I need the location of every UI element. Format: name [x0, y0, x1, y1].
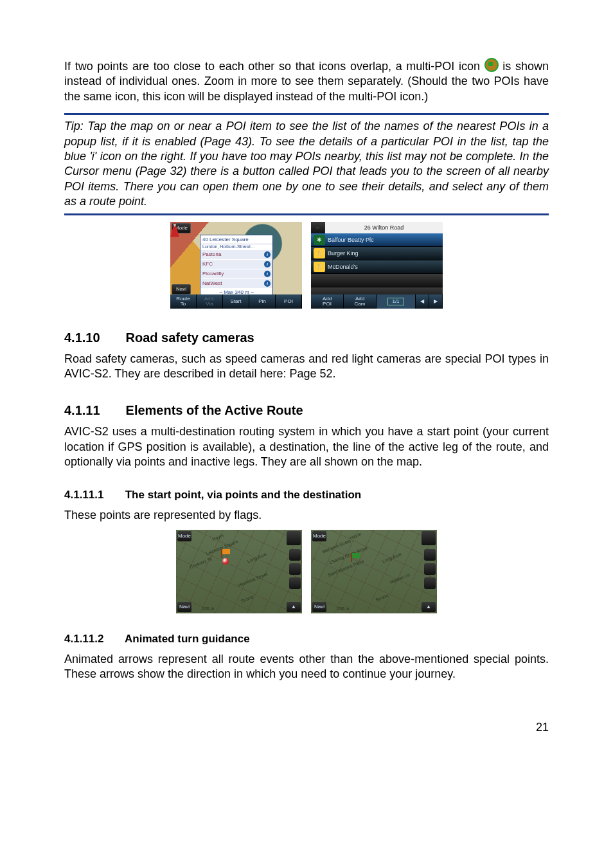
popup-row[interactable]: NatWesti	[200, 279, 272, 289]
side-button[interactable]	[424, 577, 436, 589]
poi-category-icon: 🍴	[314, 262, 325, 272]
paragraph-4-1-11-2: Animated arrows represent all route even…	[64, 652, 549, 682]
heading-4-1-10: 4.1.10 Road safety cameras	[64, 330, 549, 345]
street-label: Maiden Ln	[389, 572, 411, 584]
side-button[interactable]	[289, 549, 301, 561]
street-label: Haym	[349, 532, 362, 540]
result-count-label: 1/1	[387, 298, 404, 305]
list-item[interactable]: ✱ Balfour Beatty Plc	[311, 233, 443, 247]
info-icon[interactable]: i	[264, 261, 271, 267]
popup-subtitle: London, Holborn-Strand…	[200, 244, 272, 250]
street-label: Strand	[240, 594, 254, 603]
list-item[interactable]: 🍴 McDonald's	[311, 260, 443, 274]
street-label: Long Acre	[247, 552, 267, 563]
street-label: Strand	[375, 593, 389, 602]
destination-flag-icon	[351, 553, 352, 562]
map-scale: 150 m	[337, 606, 349, 611]
heading-number: 4.1.10	[64, 330, 122, 345]
cursor-menu-bar: Route To Add. Via Start Pin POI	[170, 294, 302, 309]
side-button[interactable]	[289, 577, 301, 589]
side-button[interactable]	[289, 563, 301, 575]
popup-row-label: Pastoria	[202, 251, 221, 258]
poi-button[interactable]: POI	[276, 294, 302, 309]
add-cam-button[interactable]: Add Cam	[344, 294, 377, 309]
heading-title: Road safety cameras	[126, 330, 254, 345]
heading-4-1-11-1: 4.1.11.1 The start point, via points and…	[64, 489, 549, 502]
address-title: 26 Wilton Road	[325, 224, 443, 231]
figure-row-1: Mode Navi 40 Leicester Square London, Ho…	[64, 222, 549, 309]
info-icon[interactable]: i	[264, 251, 271, 258]
mode-button[interactable]: Mode	[177, 531, 191, 541]
prev-page-button[interactable]: ◀	[416, 294, 429, 309]
expand-button[interactable]: ▲	[287, 602, 301, 612]
popup-row[interactable]: Pastoriai	[200, 250, 272, 260]
heading-title: Animated turn guidance	[125, 633, 250, 645]
add-poi-button[interactable]: Add POI	[311, 294, 344, 309]
poi-category-icon: ✱	[314, 235, 325, 245]
tip-box: Tip: Tap the map on or near a POI item t…	[64, 113, 549, 215]
add-via-button[interactable]: Add. Via	[197, 294, 223, 309]
next-page-button[interactable]: ▶	[429, 294, 443, 309]
popup-row-label: NatWest	[202, 280, 222, 287]
compass-button[interactable]	[422, 531, 436, 545]
start-flag-icon	[221, 549, 222, 558]
compass-button[interactable]	[287, 531, 301, 545]
back-button[interactable]: ←	[311, 222, 325, 233]
list-empty-row	[311, 274, 443, 287]
heading-number: 4.1.11.1	[64, 489, 122, 502]
heading-number: 4.1.11.2	[64, 633, 122, 646]
screenshot-route-flags-a: Mode Navi ▲ Haym Leicester Square Covent…	[176, 530, 302, 613]
list-item-label: McDonald's	[328, 264, 358, 270]
list-item-label: Balfour Beatty Plc	[328, 237, 374, 243]
destination-pin-icon	[222, 558, 229, 565]
popup-row[interactable]: Piccadillyi	[200, 269, 272, 279]
figure-row-2: Mode Navi ▲ Haym Leicester Square Covent…	[64, 530, 549, 613]
start-button[interactable]: Start	[223, 294, 249, 309]
list-item-label: Burger King	[328, 250, 359, 257]
poi-list-bar: Add POI Add Cam 1/1 ◀ ▶	[311, 294, 443, 309]
poi-popup: 40 Leicester Square London, Holborn-Stra…	[200, 235, 273, 297]
popup-title: 40 Leicester Square	[200, 235, 272, 244]
intro-paragraph: If two points are too close to each othe…	[64, 58, 549, 104]
popup-row-label: KFC	[202, 261, 213, 267]
paragraph-4-1-10: Road safety cameras, such as speed camer…	[64, 352, 549, 382]
side-button[interactable]	[424, 563, 436, 575]
route-to-button[interactable]: Route To	[170, 294, 197, 309]
result-count: 1/1	[377, 294, 416, 309]
paragraph-4-1-11: AVIC-S2 uses a multi-destination routing…	[64, 424, 549, 469]
street-label: Long Acre	[382, 552, 402, 563]
info-icon[interactable]: i	[264, 280, 271, 287]
page: If two points are too close to each othe…	[0, 0, 613, 766]
poi-list: ✱ Balfour Beatty Plc 🍴 Burger King 🍴 McD…	[311, 233, 443, 294]
poi-category-icon: 🍴	[314, 248, 325, 258]
heading-title: Elements of the Active Route	[126, 403, 303, 417]
heading-4-1-11-2: 4.1.11.2 Animated turn guidance	[64, 633, 549, 646]
expand-button[interactable]: ▲	[422, 602, 436, 612]
map-scale: 120 m	[202, 606, 214, 611]
screenshot-poi-list: ← 26 Wilton Road ✱ Balfour Beatty Plc 🍴 …	[311, 222, 443, 309]
street-label: Haym	[211, 533, 224, 541]
heading-title: The start point, via points and the dest…	[125, 489, 361, 501]
popup-row[interactable]: KFCi	[200, 260, 272, 269]
title-bar: ← 26 Wilton Road	[311, 222, 443, 233]
pin-button[interactable]: Pin	[249, 294, 276, 309]
mode-button[interactable]: Mode	[312, 531, 326, 541]
heading-4-1-11: 4.1.11 Elements of the Active Route	[64, 403, 549, 418]
navi-button[interactable]: Navi	[172, 284, 191, 294]
page-number: 21	[64, 721, 549, 734]
intro-text-prefix: If two points are too close to each othe…	[64, 60, 484, 73]
street-label: Coventry St	[189, 556, 213, 569]
screenshot-route-flags-b: Mode Navi ▲ Haym Macomb Street Charing C…	[311, 530, 437, 613]
navi-button[interactable]: Navi	[312, 602, 326, 612]
paragraph-4-1-11-1: These points are represented by flags.	[64, 508, 549, 523]
list-item[interactable]: 🍴 Burger King	[311, 247, 443, 260]
popup-row-label: Piccadilly	[202, 271, 224, 277]
street-label: Henrietta Street	[237, 572, 268, 588]
side-button[interactable]	[424, 549, 436, 561]
heading-number: 4.1.11	[64, 403, 122, 418]
info-icon[interactable]: i	[264, 271, 271, 277]
tip-text: Tip: Tap the map on or near a POI item t…	[64, 120, 549, 208]
multi-poi-icon	[484, 58, 499, 72]
navi-button[interactable]: Navi	[177, 602, 191, 612]
screenshot-map-cursor-menu: Mode Navi 40 Leicester Square London, Ho…	[170, 222, 302, 309]
